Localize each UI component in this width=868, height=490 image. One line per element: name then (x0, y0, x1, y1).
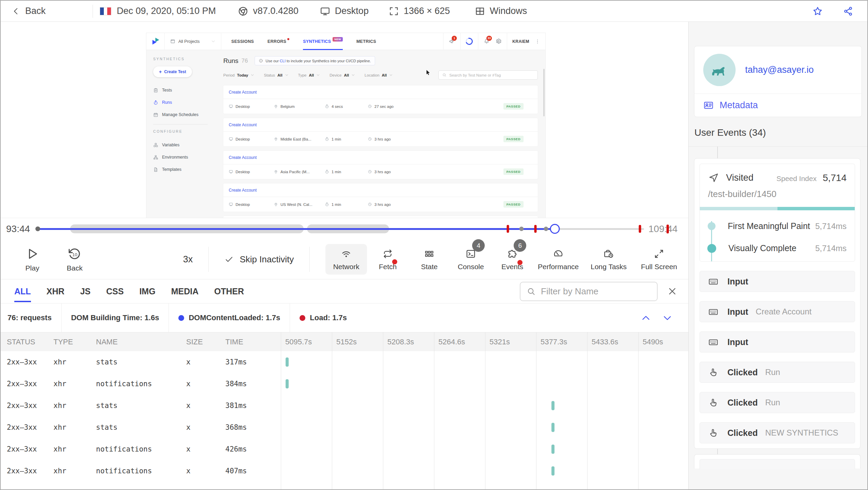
filter-period[interactable]: PeriodToday (223, 73, 254, 77)
events-panel-button[interactable]: Events 6 (492, 244, 533, 275)
run-test-name[interactable]: Create Account (223, 151, 538, 164)
sidebar-item-environments[interactable]: Environments (153, 151, 218, 163)
create-test-button[interactable]: +Create Test (153, 66, 192, 77)
user-event-clicked[interactable]: Clicked Run (700, 392, 855, 413)
test-search-input[interactable] (438, 70, 538, 80)
time-col: 5490s (638, 338, 688, 346)
back-button[interactable]: Back (12, 6, 46, 16)
user-event-input[interactable]: Input Create Account (700, 301, 855, 322)
load-marker-dot (300, 315, 305, 321)
jump-previous-icon[interactable] (641, 313, 651, 323)
network-request-row[interactable]: 2xx–3xx xhr notifications x 407ms (1, 460, 688, 482)
notifications-button[interactable]: 33 (478, 33, 507, 50)
tab-metrics[interactable]: METRICS (356, 33, 376, 50)
sidebar-item-runs[interactable]: Runs (153, 96, 218, 109)
announcements-button[interactable]: 1 (443, 33, 460, 50)
sitemap-icon (153, 155, 158, 160)
fetch-panel-button[interactable]: Fetch (367, 244, 408, 275)
user-menu[interactable]: KRAIEM (507, 33, 545, 50)
user-event-input[interactable]: Input (700, 271, 855, 292)
skip-inactivity-toggle[interactable]: Skip Inactivity (224, 254, 294, 265)
gear-icon[interactable] (495, 38, 502, 45)
jump-next-icon[interactable] (662, 313, 673, 323)
network-request-row[interactable]: 2xx–3xx xhr notifications x 426ms (1, 438, 688, 460)
cli-link[interactable]: CLI (280, 59, 286, 63)
performance-panel-button[interactable]: Performance (533, 244, 583, 275)
metadata-button[interactable]: Metadata (694, 94, 862, 117)
time-col: 5264.6s (434, 338, 485, 346)
run-test-name[interactable]: Create Account (223, 85, 538, 99)
chevron-left-icon (12, 7, 20, 16)
network-request-row[interactable]: 2xx–3xx xhr stats x 317ms (1, 351, 688, 373)
tab-synthetics[interactable]: SYNTHETICSNEW (303, 33, 343, 50)
tab-img[interactable]: IMG (139, 279, 155, 304)
timeline-track[interactable] (38, 228, 644, 230)
run-card[interactable]: Create Account Desktop Belgium 4 secs 27… (223, 85, 538, 114)
scrollbar-thumb[interactable] (543, 69, 545, 116)
full-screen-button[interactable]: Full Screen (634, 244, 684, 275)
console-panel-button[interactable]: Console 4 (450, 244, 492, 275)
event-marker-dot[interactable] (519, 227, 524, 231)
navigation-icon (708, 172, 719, 183)
sidebar-item-variables[interactable]: Variables (153, 139, 218, 151)
sidebar-item-manage-schedules[interactable]: Manage Schedules (153, 109, 218, 121)
filter-type[interactable]: TypeAll (298, 73, 320, 77)
run-test-name[interactable]: Create Account (223, 183, 538, 197)
run-card[interactable]: Create Account Desktop US West (N. Cal..… (223, 183, 538, 212)
tab-js[interactable]: JS (80, 279, 91, 304)
user-event-clicked[interactable]: Clicked NEW SYNTHETICS (700, 422, 855, 443)
speed-toggle[interactable]: 3x (183, 254, 193, 265)
network-panel-button[interactable]: Network (325, 244, 367, 275)
visually-complete-dot (707, 244, 716, 253)
runs-count: 76 (241, 58, 248, 64)
run-test-name[interactable]: Create Account (223, 118, 538, 132)
run-card[interactable]: Create Account Desktop Middle East (Ba..… (223, 118, 538, 146)
timeline-progress (38, 228, 555, 230)
share-icon[interactable] (843, 6, 854, 17)
tab-css[interactable]: CSS (106, 279, 124, 304)
back-10s-button[interactable]: 10 Back (67, 247, 83, 272)
network-request-row[interactable]: 2xx–3xx xhr stats x 381ms (1, 395, 688, 416)
request-name: notifications (96, 445, 186, 453)
event-marker-dot[interactable] (544, 227, 548, 231)
playback-timeline: 93:44 109:44 (1, 218, 688, 240)
long-tasks-panel-button[interactable]: Long Tasks (583, 244, 634, 275)
run-card[interactable]: Create Account Desktop Asia Pacific (M..… (223, 151, 538, 179)
user-event-clicked[interactable]: Clicked Run (700, 362, 855, 383)
info-icon (259, 59, 263, 63)
sidebar-item-templates[interactable]: Templates (153, 163, 218, 176)
project-selector[interactable]: All Projects (164, 33, 221, 50)
tab-all[interactable]: ALL (14, 279, 31, 304)
state-panel-button[interactable]: State (408, 244, 450, 275)
request-status: 2xx–3xx (7, 423, 53, 431)
play-button[interactable]: Play (25, 247, 39, 272)
tab-errors[interactable]: ERRORS (268, 33, 289, 50)
network-request-row[interactable]: 2xx–3xx xhr notifications x 384ms (1, 373, 688, 395)
requests-count: 76: requests (1, 313, 61, 322)
tab-xhr[interactable]: XHR (47, 279, 65, 304)
user-email-link[interactable]: tahay@asayer.io (745, 65, 814, 75)
sidebar-item-tests[interactable]: Tests (153, 84, 218, 96)
filter-location[interactable]: LocationAll (365, 73, 393, 77)
run-location: US West (N. Cal... (280, 202, 312, 207)
filter-by-name-field[interactable] (541, 286, 651, 297)
metric-value: 5,714ms (815, 244, 847, 253)
network-request-row[interactable]: 2xx–3xx xhr stats x 368ms (1, 416, 688, 438)
error-event-marker[interactable] (534, 225, 537, 233)
errors-notification-dot (287, 38, 289, 40)
test-search-field[interactable] (449, 73, 534, 77)
tab-sessions[interactable]: SESSIONS (231, 33, 254, 50)
favorite-star-icon[interactable] (812, 6, 823, 17)
filter-by-name-input[interactable] (520, 282, 658, 301)
close-panel-icon[interactable] (667, 286, 677, 296)
tab-media[interactable]: MEDIA (171, 279, 199, 304)
visited-event-card[interactable]: Visited Speed Index 5,714 /test-builder/… (700, 164, 855, 262)
filter-device[interactable]: DeviceAll (329, 73, 355, 77)
tab-other[interactable]: OTHER (214, 279, 244, 304)
error-event-marker[interactable] (507, 225, 509, 233)
user-event-input[interactable]: Input (700, 331, 855, 353)
request-status: 2xx–3xx (7, 358, 53, 366)
playhead-handle[interactable] (550, 224, 560, 234)
filter-status[interactable]: StatusAll (264, 73, 288, 77)
error-event-marker[interactable] (639, 225, 641, 233)
